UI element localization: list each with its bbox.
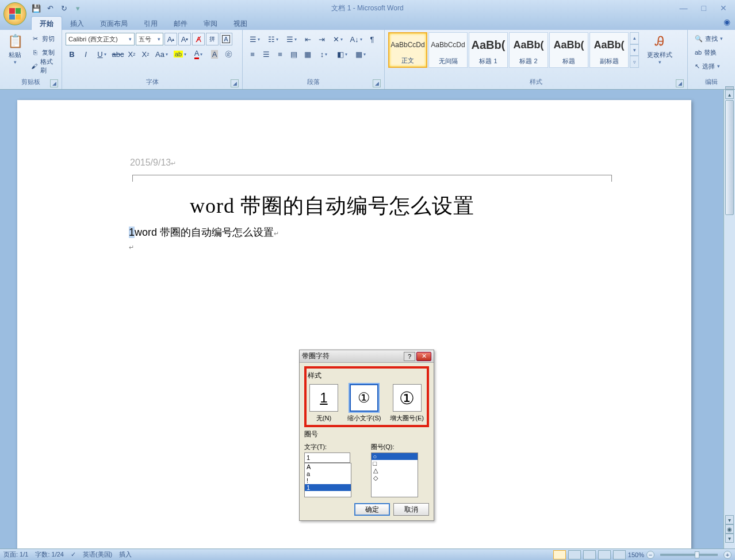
style-normal[interactable]: AaBbCcDd正文 xyxy=(388,32,427,68)
font-color-button[interactable]: A▾ xyxy=(190,48,207,60)
tab-mailings[interactable]: 邮件 xyxy=(166,17,196,30)
tab-view[interactable]: 视图 xyxy=(225,17,255,30)
selected-number[interactable]: 1 xyxy=(129,227,135,238)
align-right-button[interactable]: ≡ xyxy=(274,48,286,60)
view-web[interactable] xyxy=(583,550,596,559)
help-icon[interactable]: ◉ xyxy=(723,17,730,26)
paragraph-launcher[interactable]: ◢ xyxy=(373,79,381,87)
clipboard-launcher[interactable]: ◢ xyxy=(50,79,58,87)
vertical-scrollbar[interactable]: ▴ ▾ ◉ ▾ xyxy=(723,90,735,549)
indent-inc-button[interactable]: ⇥ xyxy=(315,33,328,45)
scroll-thumb[interactable] xyxy=(725,100,734,215)
tab-layout[interactable]: 页面布局 xyxy=(92,17,136,30)
status-words[interactable]: 字数: 1/24 xyxy=(35,550,64,559)
tab-review[interactable]: 审阅 xyxy=(196,17,225,30)
scroll-up-button[interactable]: ▴ xyxy=(725,90,734,99)
qat-dropdown-icon[interactable]: ▾ xyxy=(72,3,83,13)
zoom-level[interactable]: 150% xyxy=(628,551,644,558)
ok-button[interactable]: 确定 xyxy=(354,503,390,516)
style-option-shrink[interactable]: ① 缩小文字(S) xyxy=(347,384,381,423)
multilevel-button[interactable]: ☰▾ xyxy=(283,33,300,45)
align-left-button[interactable]: ≡ xyxy=(246,48,259,60)
subscript-button[interactable]: X2 xyxy=(125,48,138,60)
scroll-down-button[interactable]: ▾ xyxy=(725,515,734,524)
strike-button[interactable]: abc xyxy=(112,48,124,60)
tab-references[interactable]: 引用 xyxy=(136,17,166,30)
copy-button[interactable]: ⎘复制 xyxy=(29,46,58,59)
style-heading2[interactable]: AaBb(标题 2 xyxy=(509,32,548,68)
zoom-slider[interactable] xyxy=(660,554,718,556)
view-draft[interactable] xyxy=(613,550,626,559)
clear-format-button[interactable]: A̸ xyxy=(192,33,205,45)
char-border-button[interactable]: A xyxy=(220,33,232,45)
borders-button[interactable]: ▦▾ xyxy=(352,48,369,60)
status-page[interactable]: 页面: 1/1 xyxy=(3,550,28,559)
italic-button[interactable]: I xyxy=(79,48,92,60)
style-nospacing[interactable]: AaBbCcDd无间隔 xyxy=(428,32,468,68)
minimize-button[interactable]: — xyxy=(675,2,692,14)
cut-button[interactable]: ✂剪切 xyxy=(29,32,58,45)
highlight-button[interactable]: ab▾ xyxy=(171,48,189,60)
ring-listbox[interactable]: ○ □ △ ◇ xyxy=(371,452,418,497)
style-option-none[interactable]: 1 无(N) xyxy=(309,384,338,423)
indent-dec-button[interactable]: ⇤ xyxy=(301,33,314,45)
text-listbox[interactable]: A a ! 1 xyxy=(304,463,351,497)
document-page[interactable]: 2015/9/13↵ word 带圈的自动编号怎么设置 1word 带圈的自动编… xyxy=(17,100,691,549)
shading-button[interactable]: ◧▾ xyxy=(334,48,351,60)
zoom-in-button[interactable]: + xyxy=(723,551,732,559)
spellcheck-icon[interactable]: ✓ xyxy=(71,551,76,558)
change-styles-button[interactable]: Ꭿ 更改样式 ▾ xyxy=(644,31,676,66)
styles-launcher[interactable]: ◢ xyxy=(676,79,684,87)
font-name-combo[interactable]: Calibri (西文正文)▾ xyxy=(66,33,135,45)
styles-scroll-up[interactable]: ▴ xyxy=(630,32,639,44)
tab-home[interactable]: 开始 xyxy=(31,16,62,30)
tab-insert[interactable]: 插入 xyxy=(62,17,92,30)
cancel-button[interactable]: 取消 xyxy=(393,503,429,516)
align-center-button[interactable]: ☰ xyxy=(260,48,273,60)
enclose-char-button[interactable]: ㊭ xyxy=(222,48,235,60)
sort-button[interactable]: A↓▾ xyxy=(347,33,365,45)
font-launcher[interactable]: ◢ xyxy=(231,79,239,87)
dialog-close-button[interactable]: ✕ xyxy=(416,352,431,361)
show-marks-button[interactable]: ¶ xyxy=(366,33,378,45)
next-page-button[interactable]: ▾ xyxy=(725,534,734,543)
text-input[interactable] xyxy=(304,452,350,463)
status-language[interactable]: 英语(美国) xyxy=(83,550,112,559)
styles-expand[interactable]: ▿ xyxy=(630,56,639,68)
style-heading1[interactable]: AaBb(标题 1 xyxy=(469,32,508,68)
save-icon[interactable]: 💾 xyxy=(31,3,41,13)
bold-button[interactable]: B xyxy=(66,48,78,60)
view-fullscreen[interactable] xyxy=(568,550,581,559)
replace-button[interactable]: ab替换 xyxy=(692,46,725,59)
shrink-font-button[interactable]: A▾ xyxy=(178,33,191,45)
document-title[interactable]: word 带圈的自动编号怎么设置 xyxy=(190,192,474,220)
office-button[interactable] xyxy=(3,2,26,25)
dialog-titlebar[interactable]: 带圈字符 ? ✕ xyxy=(300,350,434,363)
view-outline[interactable] xyxy=(598,550,611,559)
change-case-button[interactable]: Aa▾ xyxy=(153,48,170,60)
restore-button[interactable]: □ xyxy=(697,2,711,14)
phonetic-guide-button[interactable]: 拼 xyxy=(206,33,219,45)
status-mode[interactable]: 插入 xyxy=(119,550,132,559)
asian-layout-button[interactable]: ✕▾ xyxy=(329,33,346,45)
styles-scroll-down[interactable]: ▾ xyxy=(630,44,639,56)
prev-page-button[interactable]: ◉ xyxy=(725,524,734,534)
bullets-button[interactable]: ☰▾ xyxy=(246,33,263,45)
format-painter-button[interactable]: 🖌格式刷 xyxy=(29,60,58,72)
line-spacing-button[interactable]: ↕▾ xyxy=(315,48,332,60)
grow-font-button[interactable]: A▴ xyxy=(164,33,177,45)
redo-icon[interactable]: ↻ xyxy=(59,3,69,13)
paste-button[interactable]: 📋 粘贴 ▾ xyxy=(2,31,28,66)
select-button[interactable]: ↖选择▾ xyxy=(692,60,725,72)
document-line[interactable]: 1word 带圈的自动编号怎么设置↵ xyxy=(129,225,279,239)
undo-icon[interactable]: ↶ xyxy=(45,3,55,13)
find-button[interactable]: 🔍查找▾ xyxy=(692,32,725,45)
superscript-button[interactable]: X2 xyxy=(139,48,152,60)
underline-button[interactable]: U▾ xyxy=(93,48,110,60)
char-shading-button[interactable]: A xyxy=(208,48,221,60)
dialog-help-button[interactable]: ? xyxy=(404,352,415,361)
align-justify-button[interactable]: ▤ xyxy=(288,48,300,60)
font-size-combo[interactable]: 五号▾ xyxy=(136,33,163,45)
zoom-out-button[interactable]: − xyxy=(646,551,654,559)
view-print-layout[interactable] xyxy=(553,550,566,559)
